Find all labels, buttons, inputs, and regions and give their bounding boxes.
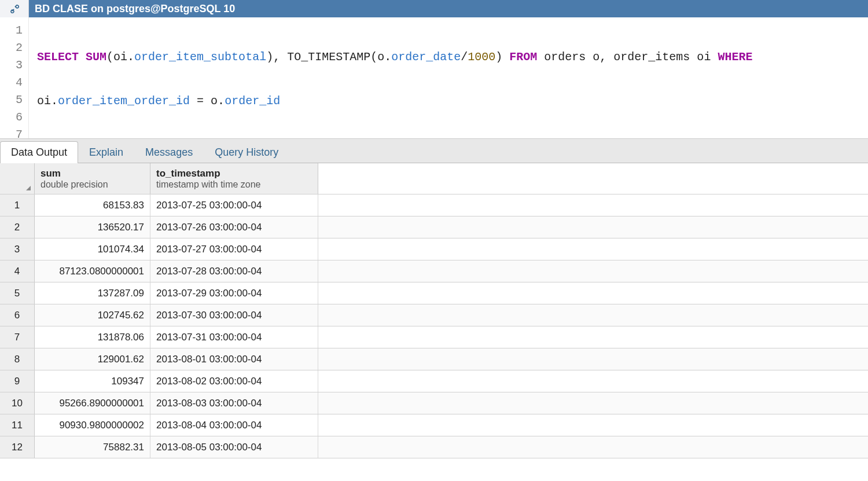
row-number[interactable]: 11 [0,414,35,436]
cell-sum[interactable]: 109347 [35,370,150,392]
cell-sum[interactable]: 102745.62 [35,304,150,326]
cell-sum[interactable]: 101074.34 [35,238,150,260]
cell-timestamp[interactable]: 2013-08-05 03:00:00-04 [150,436,318,458]
table-row[interactable]: 91093472013-08-02 03:00:00-04 [0,370,868,392]
code-area[interactable]: SELECT SUM(oi.order_item_subtotal), TO_T… [29,17,868,138]
cell-timestamp[interactable]: 2013-07-31 03:00:00-04 [150,326,318,348]
row-number[interactable]: 9 [0,370,35,392]
cell-timestamp[interactable]: 2013-07-26 03:00:00-04 [150,216,318,238]
table-row[interactable]: 2136520.172013-07-26 03:00:00-04 [0,216,868,238]
cell-timestamp[interactable]: 2013-07-29 03:00:00-04 [150,282,318,304]
cell-timestamp[interactable]: 2013-08-03 03:00:00-04 [150,392,318,414]
connection-icon[interactable] [0,0,29,17]
table-row[interactable]: 8129001.622013-08-01 03:00:00-04 [0,348,868,370]
row-number[interactable]: 2 [0,216,35,238]
tab-data-output[interactable]: Data Output [0,141,78,163]
row-number[interactable]: 10 [0,392,35,414]
tab-explain[interactable]: Explain [78,141,134,163]
cell-timestamp[interactable]: 2013-07-25 03:00:00-04 [150,194,318,216]
cell-sum[interactable]: 90930.9800000002 [35,414,150,436]
table-row[interactable]: 5137287.092013-07-29 03:00:00-04 [0,282,868,304]
cell-sum[interactable]: 87123.0800000001 [35,260,150,282]
table-row[interactable]: 3101074.342013-07-27 03:00:00-04 [0,238,868,260]
cell-sum[interactable]: 136520.17 [35,216,150,238]
row-number[interactable]: 4 [0,260,35,282]
line-gutter: 1 2 3 4 5 6 7 [0,17,29,138]
cell-sum[interactable]: 95266.8900000001 [35,392,150,414]
col-type: double precision [41,179,144,190]
row-number[interactable]: 7 [0,326,35,348]
connection-title: BD CLASE on postgres@PostgreSQL 10 [29,0,868,17]
column-header-sum[interactable]: sum double precision [35,163,150,194]
row-number[interactable]: 5 [0,282,35,304]
table-row[interactable]: 1275882.312013-08-05 03:00:00-04 [0,436,868,458]
row-number[interactable]: 8 [0,348,35,370]
row-number[interactable]: 6 [0,304,35,326]
cell-timestamp[interactable]: 2013-07-30 03:00:00-04 [150,304,318,326]
cell-sum[interactable]: 68153.83 [35,194,150,216]
row-number-header[interactable] [0,163,35,194]
tab-messages[interactable]: Messages [134,141,204,163]
cell-timestamp[interactable]: 2013-08-02 03:00:00-04 [150,370,318,392]
table-row[interactable]: 6102745.622013-07-30 03:00:00-04 [0,304,868,326]
table-row[interactable]: 168153.832013-07-25 03:00:00-04 [0,194,868,216]
table-row[interactable]: 1190930.98000000022013-08-04 03:00:00-04 [0,414,868,436]
table-row[interactable]: 487123.08000000012013-07-28 03:00:00-04 [0,260,868,282]
row-number[interactable]: 3 [0,238,35,260]
table-row[interactable]: 1095266.89000000012013-08-03 03:00:00-04 [0,392,868,414]
cell-timestamp[interactable]: 2013-07-27 03:00:00-04 [150,238,318,260]
row-number[interactable]: 1 [0,194,35,216]
table-row[interactable]: 7131878.062013-07-31 03:00:00-04 [0,326,868,348]
result-grid: sum double precision to_timestamp timest… [0,163,868,458]
column-header-timestamp[interactable]: to_timestamp timestamp with time zone [150,163,318,194]
cell-sum[interactable]: 137287.09 [35,282,150,304]
grid-header-row: sum double precision to_timestamp timest… [0,163,868,194]
cell-sum[interactable]: 131878.06 [35,326,150,348]
col-type: timestamp with time zone [156,179,312,190]
cell-sum[interactable]: 75882.31 [35,436,150,458]
sql-editor[interactable]: 1 2 3 4 5 6 7 SELECT SUM(oi.order_item_s… [0,17,868,139]
cell-sum[interactable]: 129001.62 [35,348,150,370]
cell-timestamp[interactable]: 2013-08-04 03:00:00-04 [150,414,318,436]
tab-query-history[interactable]: Query History [204,141,289,163]
editor-header: BD CLASE on postgres@PostgreSQL 10 [0,0,868,17]
cell-timestamp[interactable]: 2013-08-01 03:00:00-04 [150,348,318,370]
col-name: sum [41,168,144,179]
cell-timestamp[interactable]: 2013-07-28 03:00:00-04 [150,260,318,282]
row-number[interactable]: 12 [0,436,35,458]
col-name: to_timestamp [156,168,312,179]
